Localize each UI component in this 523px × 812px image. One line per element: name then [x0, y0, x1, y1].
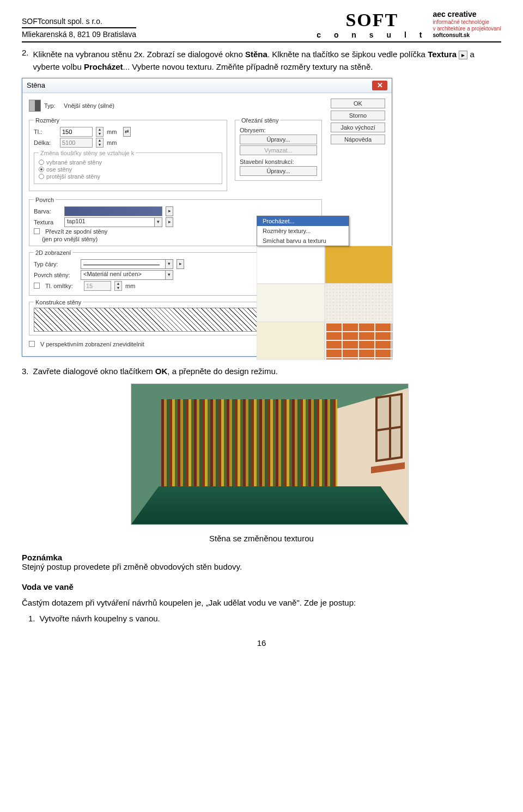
texture-popup-menu: Procházet... Rozměry textury... Smíchat …: [257, 216, 349, 246]
napoveda-button[interactable]: Nápověda: [331, 135, 385, 144]
vychozi-button[interactable]: Jako výchozí: [331, 123, 385, 132]
note-heading: Poznámka: [22, 553, 501, 562]
header-logos: SOFT c o n s u l t aec creative informač…: [317, 10, 501, 39]
thickness-spinner[interactable]: ▲▼: [96, 127, 104, 137]
texture-swatch[interactable]: [257, 246, 325, 284]
color-swatch[interactable]: [64, 206, 162, 216]
line-type-select[interactable]: ▾: [81, 259, 173, 269]
close-button[interactable]: ✕: [372, 81, 387, 90]
texture-swatch[interactable]: [257, 284, 325, 322]
arrow-icon-inline: ▸: [459, 51, 467, 59]
step-3-number: 3.: [22, 367, 29, 376]
length-input: [60, 138, 93, 148]
company-address: Mliekarenská 8, 821 09 Bratislava: [22, 29, 136, 39]
logo-aec: aec creative informačné technológie v ar…: [433, 10, 501, 39]
logo-softconsult: SOFT c o n s u l t: [317, 10, 427, 39]
prevzit-checkbox[interactable]: [34, 228, 40, 234]
voda-heading: Voda ve vaně: [22, 582, 501, 591]
texture-swatch[interactable]: [325, 246, 393, 284]
upravy-button-1[interactable]: Úpravy...: [240, 135, 317, 144]
render-preview: [131, 383, 409, 525]
page-number: 16: [22, 638, 501, 648]
surface-select[interactable]: <Materiál není určen> ▾: [81, 270, 173, 280]
voda-step-1-number: 1.: [28, 614, 35, 623]
line-type-arrow[interactable]: ▸: [177, 259, 184, 269]
dialog-titlebar: Stěna ✕: [22, 78, 392, 93]
vymazat-button: Vymazat...: [240, 145, 317, 155]
texture-swatch[interactable]: [325, 322, 393, 360]
plaster-checkbox[interactable]: [34, 283, 40, 289]
chevron-down-icon[interactable]: ▾: [154, 218, 162, 227]
note-text: Stejný postup provedete při změně obvodo…: [22, 562, 501, 571]
wall-type-icon[interactable]: [29, 100, 41, 112]
plaster-spinner: ▲▼: [114, 281, 122, 291]
menu-item-prochazet[interactable]: Procházet...: [257, 216, 349, 226]
texture-preview-grid: [257, 246, 393, 360]
texture-swatch[interactable]: [325, 284, 393, 322]
texture-arrow-button[interactable]: ▸: [166, 217, 173, 227]
step-3-text: Zavřete dialogové okno tlačítkem OK, a p…: [33, 367, 278, 376]
voda-step-1-text: Vytvořte návrh koupelny s vanou.: [40, 614, 160, 623]
company-name: SOFTconsult spol. s r.o.: [22, 16, 136, 26]
upravy-button-2[interactable]: Úpravy...: [240, 166, 317, 176]
window-icon: [375, 393, 403, 462]
color-arrow[interactable]: ▸: [166, 206, 173, 216]
storno-button[interactable]: Storno: [331, 111, 385, 120]
dialog-title-text: Stěna: [27, 81, 45, 89]
page-header: SOFTconsult spol. s r.o. Mliekarenská 8,…: [22, 10, 501, 42]
plaster-thickness-input: [84, 281, 111, 291]
type-label: Typ:: [44, 102, 60, 109]
texture-select[interactable]: tap101 ▾: [64, 217, 162, 227]
invisible-checkbox[interactable]: [29, 341, 35, 347]
voda-intro: Častým dotazem při vytváření návrhů koup…: [22, 598, 501, 607]
menu-item-rozmery[interactable]: Rozměry textury...: [257, 226, 349, 236]
render-caption: Stěna se změněnou texturou: [22, 534, 501, 543]
thickness-input[interactable]: [60, 127, 93, 137]
header-company-block: SOFTconsult spol. s r.o. Mliekarenská 8,…: [22, 16, 136, 39]
swap-icon[interactable]: ⇄: [123, 127, 131, 137]
step-2-number: 2.: [22, 48, 29, 74]
step-2-text: Klikněte na vybranou stěnu 2x. Zobrazí s…: [33, 48, 501, 74]
fieldset-zmena: Změna tloušťky stěny se vztahuje k vybra…: [34, 150, 222, 184]
fieldset-rozmery: Rozměry Tl.: ▲▼ mm ⇄ Délka:: [29, 117, 227, 191]
menu-item-smichat[interactable]: Smíchat barvu a texturu: [257, 236, 349, 246]
length-spinner: ▲▼: [96, 138, 104, 148]
note-section: Poznámka Stejný postup provedete při změ…: [22, 553, 501, 571]
wall-dialog: Stěna ✕ Typ: Vnější stěny (silné) Rozměr…: [22, 78, 392, 357]
ok-button[interactable]: OK: [331, 99, 385, 108]
texture-swatch[interactable]: [257, 322, 325, 360]
fieldset-orezani: Ořezání stěny Obrysem: Úpravy... Vymazat…: [235, 117, 322, 181]
page-content: 2. Klikněte na vybranou stěnu 2x. Zobraz…: [22, 48, 501, 648]
type-value: Vnější stěny (silné): [64, 102, 114, 109]
